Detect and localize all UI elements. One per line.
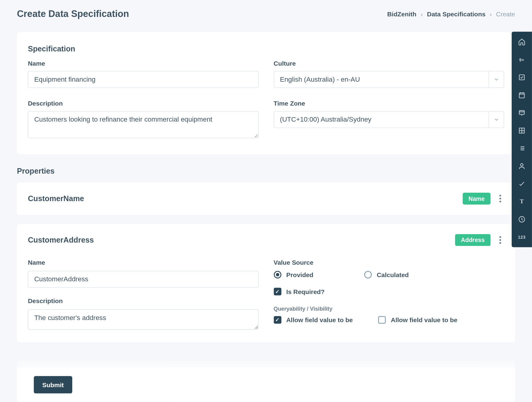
spec-culture-label: Culture bbox=[274, 60, 504, 67]
page-title: Create Data Specification bbox=[17, 8, 129, 19]
svg-point-4 bbox=[521, 164, 523, 166]
spec-desc-textarea[interactable] bbox=[28, 111, 258, 138]
home-icon[interactable] bbox=[517, 38, 526, 46]
spec-culture-select[interactable]: English (Australia) - en-AU bbox=[274, 71, 504, 88]
svg-rect-1 bbox=[519, 93, 524, 98]
person-icon[interactable] bbox=[517, 162, 526, 170]
breadcrumb: BidZenith › Data Specifications › Create bbox=[387, 10, 515, 18]
checkbox-label: Allow field value to be bbox=[391, 316, 457, 323]
chevron-right-icon: › bbox=[421, 10, 423, 18]
spec-tz-value: (UTC+10:00) Australia/Sydney bbox=[280, 116, 488, 123]
spec-tz-select[interactable]: (UTC+10:00) Australia/Sydney bbox=[274, 111, 504, 128]
chevron-down-icon bbox=[488, 71, 504, 87]
prop-desc-textarea[interactable] bbox=[28, 309, 258, 330]
queryability-label: Queryability / Visibility bbox=[274, 306, 504, 312]
table-icon[interactable] bbox=[517, 126, 526, 135]
radio-icon bbox=[364, 271, 372, 278]
value-source-calculated[interactable]: Calculated bbox=[364, 271, 409, 278]
checkbox-label: Allow field value to be bbox=[286, 316, 353, 323]
spec-name-label: Name bbox=[28, 60, 258, 67]
footer-bar: Submit bbox=[17, 368, 515, 402]
radio-label: Provided bbox=[286, 271, 313, 278]
property-menu-button[interactable] bbox=[496, 193, 504, 204]
checkbox-icon bbox=[378, 316, 386, 324]
allow-public-checkbox[interactable]: Allow field value to be bbox=[378, 316, 457, 324]
calendar-icon[interactable] bbox=[517, 91, 526, 99]
svg-rect-0 bbox=[519, 75, 524, 80]
prop-name-label: Name bbox=[28, 259, 258, 266]
presentation-icon[interactable] bbox=[517, 109, 526, 117]
radio-label: Calculated bbox=[377, 271, 409, 278]
spec-culture-value: English (Australia) - en-AU bbox=[280, 76, 488, 83]
property-type-badge: Name bbox=[463, 193, 491, 204]
property-type-badge: Address bbox=[455, 234, 491, 246]
check-icon[interactable] bbox=[517, 180, 526, 188]
submit-button[interactable]: Submit bbox=[34, 376, 72, 393]
property-menu-button[interactable] bbox=[496, 234, 504, 245]
prop-desc-label: Description bbox=[28, 297, 258, 304]
specification-section-title: Specification bbox=[28, 45, 504, 54]
prop-name-input[interactable] bbox=[28, 271, 258, 288]
is-required-checkbox[interactable]: ✓ Is Required? bbox=[274, 288, 504, 295]
checkbox-icon: ✓ bbox=[274, 316, 281, 324]
breadcrumb-current: Create bbox=[496, 10, 515, 18]
property-card-customer-address: CustomerAddress Address Name Description… bbox=[17, 224, 515, 342]
value-source-provided[interactable]: Provided bbox=[274, 271, 314, 278]
breadcrumb-root[interactable]: BidZenith bbox=[387, 10, 416, 18]
chevron-down-icon bbox=[488, 112, 504, 128]
spec-tz-label: Time Zone bbox=[274, 100, 504, 107]
type-rail: 9+ T 123 bbox=[512, 32, 532, 247]
properties-heading: Properties bbox=[17, 167, 515, 176]
allow-queryable-checkbox[interactable]: ✓ Allow field value to be bbox=[274, 316, 353, 324]
list-icon[interactable] bbox=[517, 144, 526, 152]
checkbox-icon: ✓ bbox=[274, 288, 281, 295]
specification-card: Specification Name Culture English (Aust… bbox=[17, 32, 515, 154]
clock-icon[interactable] bbox=[517, 215, 526, 224]
chevron-right-icon: › bbox=[490, 10, 492, 18]
checkbox-type-icon[interactable] bbox=[517, 73, 526, 82]
property-name: CustomerName bbox=[28, 194, 84, 203]
property-name: CustomerAddress bbox=[28, 236, 94, 244]
radio-icon bbox=[274, 271, 281, 278]
value-source-label: Value Source bbox=[274, 259, 504, 266]
spec-desc-label: Description bbox=[28, 100, 258, 107]
property-card-customer-name: CustomerName Name bbox=[17, 183, 515, 215]
spec-name-input[interactable] bbox=[28, 71, 258, 88]
badge-icon[interactable]: 9+ bbox=[517, 55, 526, 64]
number-icon[interactable]: 123 bbox=[517, 233, 526, 241]
breadcrumb-data-specs[interactable]: Data Specifications bbox=[427, 10, 485, 18]
checkbox-label: Is Required? bbox=[286, 288, 325, 295]
svg-rect-2 bbox=[519, 111, 524, 115]
text-icon[interactable]: T bbox=[517, 197, 526, 206]
